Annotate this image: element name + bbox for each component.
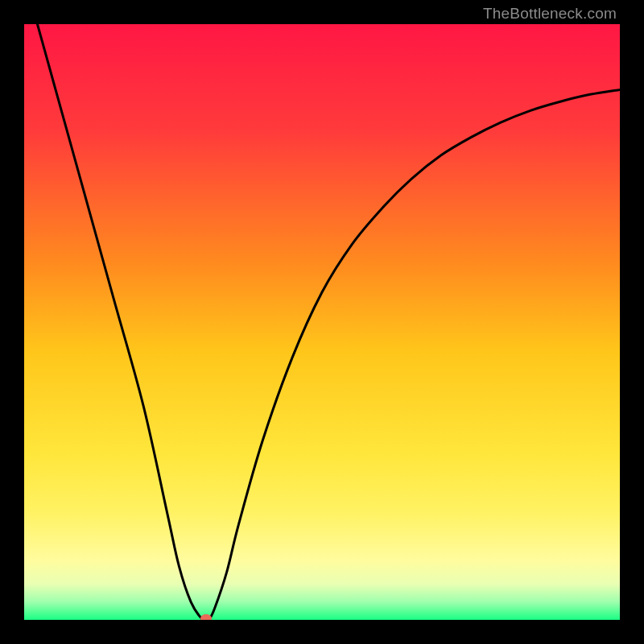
curve-layer <box>24 24 620 620</box>
chart-frame: TheBottleneck.com <box>0 0 644 644</box>
watermark-text: TheBottleneck.com <box>483 5 617 23</box>
optimal-point-marker <box>200 614 212 620</box>
plot-area <box>24 24 620 620</box>
bottleneck-curve <box>24 24 620 620</box>
